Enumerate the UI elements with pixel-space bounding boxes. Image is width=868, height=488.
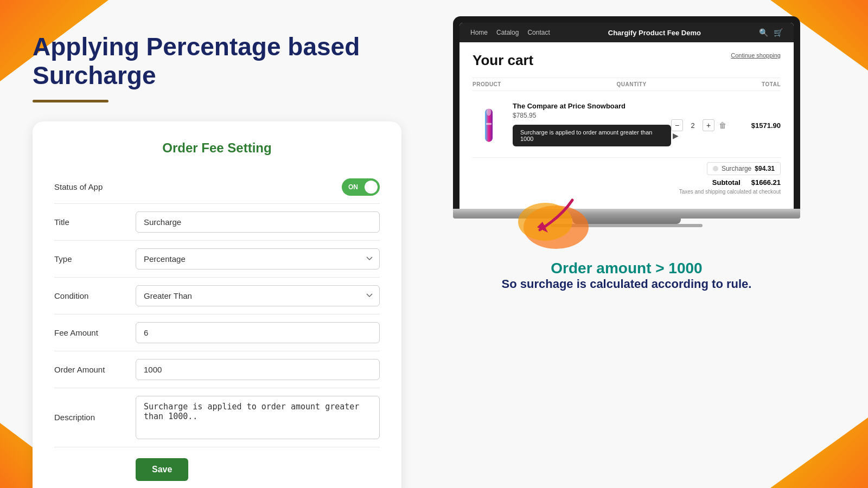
- nav-icons: 🔍 🛒: [759, 28, 783, 37]
- fee-amount-field-row: Fee Amount: [54, 314, 380, 351]
- form-card-title: Order Fee Setting: [54, 140, 380, 156]
- store-title: Chargify Product Fee Demo: [608, 29, 701, 37]
- product-price: $785.95: [513, 112, 671, 119]
- status-label: Status of App: [54, 182, 103, 191]
- surcharge-badge-label: Surcharge: [722, 165, 751, 172]
- title-field-row: Title: [54, 204, 380, 241]
- product-image: [473, 105, 505, 146]
- svg-point-1: [487, 108, 492, 116]
- trash-icon[interactable]: 🗑: [719, 121, 726, 130]
- type-label: Type: [54, 254, 136, 264]
- store-nav-links: Home Catalog Contact: [470, 29, 550, 36]
- cart-columns: PRODUCT QUANTITY TOTAL: [473, 78, 781, 91]
- bottom-line1: Order amount > 1000: [453, 260, 800, 277]
- cart-header: Your cart Continue shopping: [473, 52, 781, 69]
- product-name: The Compare at Price Snowboard: [513, 102, 671, 110]
- item-total: $1571.90: [743, 121, 781, 130]
- bottom-line2: So surchage is calculated according to r…: [453, 277, 800, 291]
- svg-rect-2: [486, 123, 492, 125]
- order-amount-label: Order Amount: [54, 365, 136, 374]
- condition-select[interactable]: Greater Than Less Than Equal To: [136, 285, 380, 306]
- title-label: Title: [54, 217, 136, 227]
- form-card: Order Fee Setting Status of App ON Title…: [33, 121, 401, 488]
- bottom-text: Order amount > 1000 So surchage is calcu…: [453, 260, 800, 291]
- order-amount-input[interactable]: [136, 359, 380, 380]
- qty-increase-btn[interactable]: +: [703, 119, 714, 131]
- left-panel: Applying Percentage based Surcharge Orde…: [33, 22, 401, 488]
- toggle-on-text: ON: [348, 183, 358, 191]
- quantity-col-header: QUANTITY: [616, 81, 646, 87]
- description-textarea[interactable]: Surcharge is applied to order amount gre…: [136, 396, 380, 439]
- save-button[interactable]: Save: [136, 458, 188, 481]
- quantity-controls: − 2 + 🗑: [671, 119, 726, 131]
- description-label: Description: [54, 413, 136, 422]
- cart-icon[interactable]: 🛒: [774, 28, 783, 37]
- type-select[interactable]: Percentage Fixed: [136, 248, 380, 269]
- right-panel: Home Catalog Contact Chargify Product Fe…: [401, 22, 835, 291]
- search-icon[interactable]: 🔍: [759, 28, 768, 37]
- qty-value: 2: [687, 121, 698, 130]
- fee-amount-label: Fee Amount: [54, 328, 136, 337]
- type-field-row: Type Percentage Fixed: [54, 241, 380, 278]
- nav-link-catalog[interactable]: Catalog: [496, 29, 519, 36]
- qty-decrease-btn[interactable]: −: [671, 119, 683, 131]
- surcharge-line: Surcharge $94.31: [473, 162, 781, 175]
- product-col-header: PRODUCT: [473, 81, 501, 87]
- cart-item: The Compare at Price Snowboard $785.95 S…: [473, 97, 781, 154]
- subtotal-amount: $1666.21: [751, 178, 781, 187]
- total-col-header: TOTAL: [762, 81, 781, 87]
- surcharge-badge-amount: $94.31: [755, 165, 775, 172]
- store-nav: Home Catalog Contact Chargify Product Fe…: [459, 23, 794, 42]
- product-info: The Compare at Price Snowboard $785.95 S…: [513, 102, 671, 149]
- title-input[interactable]: [136, 211, 380, 233]
- laptop-screen-inner: Home Catalog Contact Chargify Product Fe…: [459, 23, 794, 209]
- condition-label: Condition: [54, 291, 136, 300]
- status-toggle[interactable]: ON: [342, 178, 380, 196]
- save-row: Save: [54, 447, 380, 481]
- nav-link-home[interactable]: Home: [470, 29, 488, 36]
- surcharge-badge: Surcharge $94.31: [707, 162, 781, 175]
- toggle-circle: [365, 181, 378, 194]
- laptop-screen-outer: Home Catalog Contact Chargify Product Fe…: [453, 16, 800, 209]
- surcharge-tooltip: Surcharge is applied to order amount gre…: [513, 125, 671, 146]
- subtotal-label: Subtotal: [712, 178, 741, 187]
- surcharge-dot: [713, 166, 718, 171]
- fee-amount-input[interactable]: [136, 322, 380, 343]
- title-underline: [33, 100, 108, 102]
- description-field-row: Description Surcharge is applied to orde…: [54, 388, 380, 447]
- continue-shopping-link[interactable]: Continue shopping: [731, 52, 781, 59]
- arrow-graphic: [486, 184, 594, 249]
- order-amount-field-row: Order Amount: [54, 351, 380, 388]
- status-row: Status of App ON: [54, 171, 380, 204]
- nav-link-contact[interactable]: Contact: [527, 29, 550, 36]
- page-title: Applying Percentage based Surcharge: [33, 33, 401, 90]
- cart-title: Your cart: [473, 52, 533, 69]
- condition-field-row: Condition Greater Than Less Than Equal T…: [54, 278, 380, 314]
